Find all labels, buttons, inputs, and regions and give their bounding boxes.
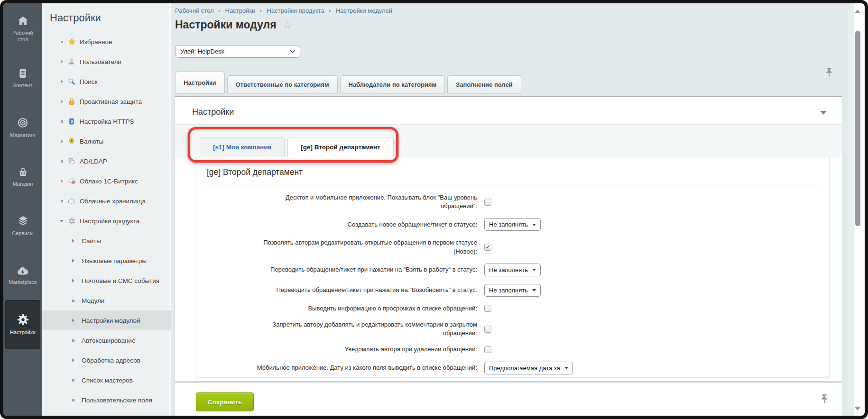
checkbox[interactable] — [484, 305, 491, 312]
inner-tabs: [s1] Моя компания[ge] Второй департамент — [200, 137, 397, 157]
collapse-arrow-icon — [70, 319, 76, 322]
select-value: Не заполнять — [489, 221, 528, 228]
checkbox[interactable] — [484, 326, 491, 333]
settings-icon — [17, 313, 29, 326]
menu-item-label: AD/LDAP — [80, 158, 107, 165]
pin-icon[interactable] — [826, 68, 832, 79]
menu-item[interactable]: Настройки продукта — [42, 211, 171, 231]
scroll-down-arrow[interactable] — [855, 407, 860, 410]
pin-icon[interactable] — [821, 394, 828, 406]
collapse-arrow-icon — [70, 239, 76, 243]
menu-item[interactable]: Настройки модулей — [42, 310, 171, 330]
breadcrumb-link[interactable]: Рабочий стол — [175, 7, 214, 14]
module-select[interactable]: Улей: HelpDesk — [175, 45, 300, 58]
iconbar-item-settings[interactable]: Настройки — [5, 300, 40, 349]
menu-item[interactable]: Обработка адресов — [42, 350, 171, 370]
menu-item-label: Облако 1С-Битрикс — [80, 178, 138, 185]
menu-item-label: Поиск — [80, 78, 97, 85]
menu-item[interactable]: Автокеширование — [42, 330, 171, 350]
bullet-icon — [70, 300, 76, 302]
services-icon — [17, 215, 29, 227]
cloud-red-icon: 1C — [67, 177, 76, 185]
divider — [207, 184, 818, 184]
form-row-label: Переводить обращение/тикет при нажатии н… — [207, 265, 477, 274]
menu-item[interactable]: 1CОблако 1С-Битрикс — [42, 171, 171, 191]
expand-arrow-icon — [58, 220, 65, 222]
collapse-arrow-icon — [58, 179, 65, 183]
tab-item[interactable]: Наблюдатели по категориям — [340, 75, 445, 93]
tab-item[interactable]: Заполнение полей — [447, 75, 521, 93]
users-icon — [67, 58, 76, 65]
icon-sidebar: Рабочий столКонтентМаркетингМагазинСерви… — [3, 3, 42, 416]
select-dropdown[interactable]: Не заполнять — [484, 218, 541, 231]
form-row: Выводить информацию о просрочках в списк… — [207, 304, 818, 313]
form-row: Десктоп и мобильное приложение. Показыва… — [207, 193, 818, 210]
iconbar-item-marketing[interactable]: Маркетинг — [5, 103, 40, 152]
menu-item[interactable]: Облачные хранилища — [42, 191, 171, 211]
select-dropdown[interactable]: Не заполнять — [484, 264, 541, 276]
collapse-arrow-icon — [70, 279, 76, 282]
iconbar-item-services[interactable]: Сервисы — [5, 201, 40, 251]
checkbox[interactable] — [484, 199, 491, 206]
cloud-blue-icon — [67, 197, 76, 205]
home-icon — [17, 15, 29, 27]
scroll-thumb[interactable] — [855, 31, 860, 226]
menu-item[interactable]: Проактивная защита — [42, 91, 171, 111]
scroll-up-arrow[interactable] — [855, 9, 860, 13]
menu-item[interactable]: Поиск — [42, 72, 171, 91]
iconbar-item-shop[interactable]: Магазин — [5, 152, 40, 201]
tab-item[interactable]: Ответственные по категориям — [227, 75, 338, 93]
select-value: Не заполнять — [489, 266, 528, 273]
chevron-down-icon[interactable] — [820, 111, 827, 115]
menu-item[interactable]: Избранное — [42, 32, 171, 52]
tab-content-box: [ge] Второй департамент Десктоп и мобиль… — [195, 157, 830, 378]
app-window: Рабочий столКонтентМаркетингМагазинСерви… — [0, 0, 868, 419]
iconbar-item-home[interactable]: Рабочий стол — [5, 4, 40, 54]
tab-active[interactable]: Настройки — [175, 72, 225, 93]
form-row-label: Позволять авторам редактировать открытые… — [207, 238, 477, 255]
select-dropdown[interactable]: Предполагаемая дата за — [484, 362, 573, 374]
currency-icon: $ — [67, 137, 76, 145]
select-dropdown[interactable]: Не заполнять — [484, 284, 541, 297]
star-outline-icon[interactable]: ☆ — [283, 19, 293, 31]
inner-tab[interactable]: [s1] Моя компания — [200, 137, 285, 157]
chevron-down-icon — [532, 269, 536, 271]
iconbar-item-marketplace[interactable]: Marketplace — [5, 251, 40, 300]
checkbox[interactable] — [484, 346, 491, 353]
menu-item[interactable]: SНастройка HTTPS — [42, 111, 171, 131]
menu-item[interactable]: Почтовые и СМС события — [42, 271, 171, 291]
menu-item-label: Пользователи — [80, 58, 121, 65]
breadcrumb-link[interactable]: Настройки продукта — [267, 7, 324, 14]
checkbox[interactable] — [484, 244, 491, 251]
save-button[interactable]: Сохранить — [196, 392, 254, 411]
adldap-icon — [67, 157, 76, 165]
module-select-value: Улей: HelpDesk — [180, 48, 224, 55]
breadcrumb-separator-icon — [260, 9, 262, 12]
form-row: Переводить обращение/тикет при нажатии н… — [207, 264, 818, 276]
menu-item-label: Облачные хранилища — [80, 198, 146, 205]
breadcrumb-link[interactable]: Настройки модулей — [336, 7, 392, 14]
menu-item[interactable]: AD/LDAP — [42, 151, 171, 171]
menu-item[interactable]: Сайты — [42, 231, 171, 251]
chevron-down-icon — [564, 367, 568, 369]
menu-item[interactable]: Модули — [42, 291, 171, 310]
form-row: Переводить обращение/тикет при нажатии н… — [207, 284, 818, 297]
iconbar-item-label: Настройки — [10, 329, 36, 336]
menu-item-label: Модули — [82, 297, 104, 304]
menu-item[interactable]: Пользовательские поля — [42, 390, 171, 410]
menu-item[interactable]: Список мастеров — [42, 370, 171, 390]
iconbar-item-content[interactable]: Контент — [5, 54, 40, 103]
breadcrumb-link[interactable]: Настройки — [225, 7, 256, 14]
form-row-label: Уведомлять автора при удалении обращений… — [207, 345, 477, 354]
menu-item[interactable]: Языковые параметры — [42, 251, 171, 271]
inner-tab[interactable]: [ge] Второй департамент — [287, 137, 393, 157]
form-row-label: Мобильное приложение. Дату из какого пол… — [207, 364, 477, 372]
menu-item-label: Проактивная защита — [80, 98, 142, 105]
iconbar-item-label: Marketplace — [9, 279, 37, 286]
menu-item[interactable]: $Валюты — [42, 131, 171, 151]
chevron-down-icon — [532, 289, 536, 291]
breadcrumb-separator-icon — [219, 9, 221, 12]
inner-tab-strip: [s1] Моя компания[ge] Второй департамент — [175, 124, 842, 157]
menu-item[interactable]: Пользователи — [42, 52, 171, 72]
page-title-row: Настройки модуля ☆ — [175, 18, 292, 31]
